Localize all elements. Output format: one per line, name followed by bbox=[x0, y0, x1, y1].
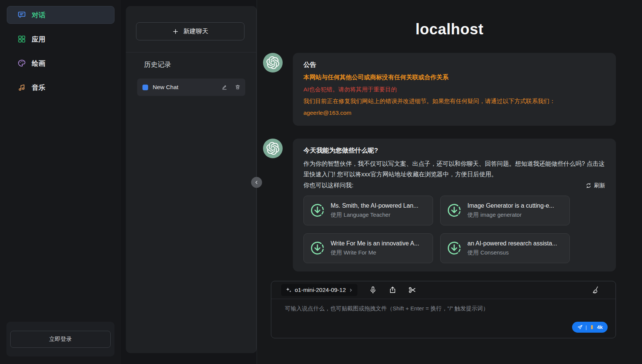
collapse-panel-button[interactable] bbox=[251, 177, 262, 188]
send-icon bbox=[577, 324, 583, 330]
announcement-line: AI也会犯错。请勿将其用于重要目的 bbox=[303, 85, 605, 94]
composer: o1-mini-2024-09-12 | bbox=[271, 281, 616, 338]
sidebar-item-label: 应用 bbox=[32, 35, 45, 44]
arrow-down-circle-icon bbox=[447, 241, 462, 256]
welcome-body: 作为你的智慧伙伴，我不仅可以写文案、出点子，还可以和你聊天、回答问题。想知道我还… bbox=[303, 159, 605, 180]
announcement-line: 本网站与任何其他公司或商标没有任何关联或合作关系 bbox=[303, 73, 605, 82]
suggestion-card[interactable]: Image Generator is a cutting-e... 使用 ima… bbox=[440, 196, 570, 225]
refresh-icon bbox=[586, 183, 591, 188]
openai-logo-icon bbox=[266, 142, 279, 155]
ask-hint: 你也可以这样问我: bbox=[303, 182, 353, 190]
sidebar: 对话 应用 绘画 音乐 立即 bbox=[0, 0, 121, 364]
openai-logo-icon bbox=[266, 56, 279, 69]
model-name: o1-mini-2024-09-12 bbox=[295, 287, 346, 293]
chevron-right-icon bbox=[349, 288, 353, 292]
history-item[interactable]: New Chat bbox=[137, 79, 245, 96]
sidebar-item-chat[interactable]: 对话 bbox=[7, 6, 114, 24]
message-announcement: 公告 本网站与任何其他公司或商标没有任何关联或合作关系 AI也会犯错。请勿将其用… bbox=[263, 53, 616, 126]
token-count-badge: 4k bbox=[597, 324, 603, 330]
announcement-email: ageerle@163.com bbox=[303, 108, 605, 117]
suggestion-subtitle: 使用 Write For Me bbox=[331, 249, 419, 256]
send-button[interactable]: | 4k bbox=[572, 322, 608, 333]
history-panel: 新建聊天 历史记录 New Chat bbox=[126, 6, 257, 353]
suggestion-card[interactable]: Ms. Smith, the AI-powered Lan... 使用 Lang… bbox=[303, 196, 433, 225]
clear-icon[interactable] bbox=[592, 286, 600, 294]
suggestion-card[interactable]: Write For Me is an innovative A... 使用 Wr… bbox=[303, 233, 433, 263]
ask-hint-row: 你也可以这样问我: 刷新 bbox=[303, 182, 605, 190]
model-selector[interactable]: o1-mini-2024-09-12 bbox=[281, 284, 357, 296]
login-button[interactable]: 立即登录 bbox=[10, 331, 111, 348]
paint-icon bbox=[17, 59, 26, 68]
delete-icon[interactable] bbox=[235, 84, 241, 90]
assistant-avatar bbox=[263, 139, 283, 158]
arrow-down-circle-icon bbox=[310, 241, 325, 256]
panel-divider bbox=[126, 52, 256, 52]
music-icon bbox=[17, 83, 26, 92]
chat-bullet-icon bbox=[142, 85, 148, 90]
sidebar-item-label: 音乐 bbox=[32, 83, 45, 92]
sidebar-item-label: 对话 bbox=[32, 11, 45, 20]
arrow-down-circle-icon bbox=[447, 203, 462, 218]
message-bubble: 今天我能为您做些什么呢? 作为你的智慧伙伴，我不仅可以写文案、出点子，还可以和你… bbox=[293, 139, 616, 271]
suggestion-title: an AI-powered research assista... bbox=[467, 240, 557, 247]
message-welcome: 今天我能为您做些什么呢? 作为你的智慧伙伴，我不仅可以写文案、出点子，还可以和你… bbox=[263, 139, 616, 271]
sidebar-item-music[interactable]: 音乐 bbox=[7, 79, 114, 96]
history-heading: 历史记录 bbox=[144, 60, 256, 69]
cut-icon[interactable] bbox=[408, 286, 416, 294]
sidebar-item-label: 绘画 bbox=[32, 59, 45, 68]
suggestion-title: Ms. Smith, the AI-powered Lan... bbox=[331, 202, 418, 209]
assistant-avatar bbox=[263, 53, 283, 72]
mic-icon[interactable] bbox=[369, 286, 377, 294]
send-separator: | bbox=[586, 324, 587, 330]
page-title: localhost bbox=[257, 21, 642, 38]
new-chat-label: 新建聊天 bbox=[183, 27, 208, 35]
suggestion-title: Write For Me is an innovative A... bbox=[331, 240, 419, 247]
sparkles-icon bbox=[286, 287, 292, 293]
message-input[interactable] bbox=[271, 299, 616, 332]
suggestion-grid: Ms. Smith, the AI-powered Lan... 使用 Lang… bbox=[303, 196, 605, 263]
refresh-label: 刷新 bbox=[594, 182, 605, 189]
suggestion-title: Image Generator is a cutting-e... bbox=[467, 202, 554, 209]
sidebar-item-paint[interactable]: 绘画 bbox=[7, 54, 114, 72]
apps-icon bbox=[17, 35, 26, 43]
chat-icon bbox=[17, 11, 26, 19]
suggestion-subtitle: 使用 Consensus bbox=[467, 249, 557, 256]
chevron-left-icon bbox=[254, 180, 259, 185]
token-icon bbox=[589, 325, 594, 330]
refresh-suggestions-button[interactable]: 刷新 bbox=[586, 182, 605, 189]
history-item-title: New Chat bbox=[153, 84, 217, 91]
sidebar-nav: 对话 应用 绘画 音乐 bbox=[0, 0, 121, 96]
login-card: 立即登录 bbox=[6, 322, 114, 356]
suggestion-card[interactable]: an AI-powered research assista... 使用 Con… bbox=[440, 233, 570, 263]
arrow-down-circle-icon bbox=[310, 203, 325, 218]
edit-icon[interactable] bbox=[221, 84, 227, 90]
new-chat-button[interactable]: 新建聊天 bbox=[136, 22, 244, 40]
composer-toolbar: o1-mini-2024-09-12 bbox=[271, 281, 616, 299]
sidebar-item-apps[interactable]: 应用 bbox=[7, 30, 114, 48]
message-list: 公告 本网站与任何其他公司或商标没有任何关联或合作关系 AI也会犯错。请勿将其用… bbox=[263, 53, 616, 271]
suggestion-subtitle: 使用 Language Teacher bbox=[331, 211, 418, 219]
announcement-heading: 公告 bbox=[303, 60, 605, 69]
announcement-line: 我们目前正在修复我们网站上的错误并改进细节。如果您有任何疑问，请通过以下方式联系… bbox=[303, 97, 605, 106]
message-bubble: 公告 本网站与任何其他公司或商标没有任何关联或合作关系 AI也会犯错。请勿将其用… bbox=[293, 53, 616, 126]
welcome-heading: 今天我能为您做些什么呢? bbox=[303, 146, 605, 155]
plus-icon bbox=[172, 28, 179, 35]
upload-icon[interactable] bbox=[388, 286, 397, 294]
suggestion-subtitle: 使用 image generator bbox=[467, 211, 554, 219]
chat-main: localhost 公告 本网站与任何其他公司或商标没有任何关联或合作关系 AI… bbox=[257, 0, 642, 364]
